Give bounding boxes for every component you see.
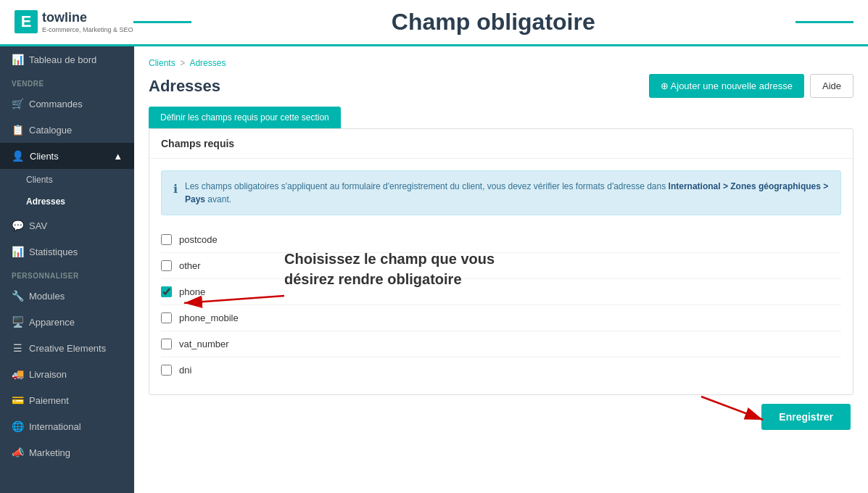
checkbox-row-phone-mobile: phone_mobile — [161, 305, 841, 331]
sidebar-item-marketing[interactable]: 📣 Marketing — [0, 439, 134, 465]
checkbox-postcode[interactable] — [161, 234, 172, 245]
sidebar-item-label: Apparence — [29, 317, 75, 328]
sav-icon: 💬 — [12, 220, 23, 231]
sidebar-item-label: Livraison — [29, 369, 67, 380]
label-other: other — [179, 260, 201, 271]
sidebar-item-modules[interactable]: 🔧 Modules — [0, 283, 134, 309]
checkbox-vat-number[interactable] — [161, 339, 172, 349]
logo-subtitle: E-commerce, Marketing & SEO — [42, 26, 133, 34]
section-box: Champs requis ℹ Les champs obligatoires … — [149, 128, 853, 395]
tab-required-fields[interactable]: Définir les champs requis pour cette sec… — [149, 107, 341, 128]
checkbox-row-postcode: postcode — [161, 227, 841, 253]
sidebar-item-label: Creative Elements — [29, 343, 106, 354]
header-actions: ⊕ Ajouter une nouvelle adresse Aide — [649, 74, 853, 98]
checkbox-other[interactable] — [161, 260, 172, 271]
sidebar-item-label: Clients — [30, 151, 59, 162]
sidebar-item-creative-elements[interactable]: ☰ Creative Elements — [0, 335, 134, 361]
sidebar-section-personnaliser: PERSONNALISER — [0, 265, 134, 283]
sidebar-item-label: Commandes — [29, 99, 83, 109]
sidebar-item-label: Tableau de bord — [29, 54, 96, 65]
sidebar-item-clients[interactable]: 👤 Clients ▲ — [0, 143, 134, 169]
stats-icon: 📊 — [12, 246, 23, 257]
breadcrumb-parent[interactable]: Clients — [149, 58, 175, 68]
sidebar-item-label: International — [29, 421, 81, 432]
international-icon: 🌐 — [12, 420, 23, 432]
svg-line-3 — [701, 397, 763, 420]
cart-icon: 🛒 — [12, 98, 23, 109]
sidebar-sub-label: Adresses — [26, 196, 65, 207]
logo: E towline E-commerce, Marketing & SEO — [15, 10, 133, 33]
sidebar-item-livraison[interactable]: 🚚 Livraison — [0, 361, 134, 387]
label-phone-mobile: phone_mobile — [179, 312, 239, 323]
logo-name: towline — [42, 10, 133, 26]
checkbox-scroll[interactable]: postcode other phone — [161, 227, 841, 383]
sidebar-sub-adresses[interactable]: Adresses — [0, 191, 134, 212]
sidebar: 📊 Tableau de bord VENDRE 🛒 Commandes 📋 C… — [0, 46, 134, 493]
main-content: Clients > Adresses Adresses ⊕ Ajouter un… — [134, 46, 868, 493]
header: E towline E-commerce, Marketing & SEO Ch… — [0, 0, 868, 46]
sidebar-item-label: Modules — [29, 291, 65, 302]
page-header: Adresses ⊕ Ajouter une nouvelle adresse … — [149, 74, 853, 98]
checkbox-dni[interactable] — [161, 365, 172, 376]
creative-icon: ☰ — [12, 342, 23, 354]
sidebar-item-statistiques[interactable]: 📊 Statistiques — [0, 239, 134, 265]
section-body: ℹ Les champs obligatoires s'appliquent a… — [149, 159, 853, 394]
catalogue-icon: 📋 — [12, 124, 23, 136]
sidebar-sub-clients[interactable]: Clients — [0, 169, 134, 191]
sidebar-item-label: Paiement — [29, 395, 69, 406]
checkbox-phone[interactable] — [161, 286, 172, 297]
paiement-icon: 💳 — [12, 394, 23, 406]
label-postcode: postcode — [179, 234, 218, 245]
checkbox-row-phone: phone — [161, 279, 841, 305]
label-phone: phone — [179, 286, 205, 297]
logo-letter: E — [15, 10, 38, 33]
checkbox-row-dni: dni — [161, 357, 841, 383]
sidebar-item-international[interactable]: 🌐 International — [0, 413, 134, 439]
breadcrumb-current: Adresses — [189, 58, 226, 68]
modules-icon: 🔧 — [12, 290, 23, 302]
main-layout: 📊 Tableau de bord VENDRE 🛒 Commandes 📋 C… — [0, 46, 868, 493]
sidebar-item-tableau-de-bord[interactable]: 📊 Tableau de bord — [0, 46, 134, 72]
tab-area: Définir les champs requis pour cette sec… — [149, 107, 853, 128]
apparence-icon: 🖥️ — [12, 316, 23, 328]
label-vat-number: vat_number — [179, 339, 229, 349]
header-line-left — [133, 21, 191, 23]
sidebar-item-label: Marketing — [29, 447, 70, 458]
add-address-button[interactable]: ⊕ Ajouter une nouvelle adresse — [649, 74, 804, 98]
label-dni: dni — [179, 365, 191, 376]
checkbox-phone-mobile[interactable] — [161, 312, 172, 323]
footer-bar: Enregistrer — [149, 395, 853, 433]
sidebar-item-commandes[interactable]: 🛒 Commandes — [0, 91, 134, 117]
livraison-icon: 🚚 — [12, 368, 23, 380]
marketing-icon: 📣 — [12, 447, 23, 458]
info-box: ℹ Les champs obligatoires s'appliquent a… — [161, 170, 841, 215]
content-area: Clients > Adresses Adresses ⊕ Ajouter un… — [134, 46, 868, 493]
sidebar-sub-label: Clients — [26, 175, 53, 185]
info-text: Les champs obligatoires s'appliquent au … — [185, 180, 829, 206]
checkbox-area: postcode other phone — [161, 227, 841, 383]
sidebar-item-sav[interactable]: 💬 SAV — [0, 212, 134, 239]
sidebar-item-label: SAV — [29, 220, 47, 231]
breadcrumb: Clients > Adresses — [149, 58, 853, 68]
sidebar-item-label: Catalogue — [29, 125, 72, 136]
help-button[interactable]: Aide — [810, 74, 853, 98]
sidebar-item-catalogue[interactable]: 📋 Catalogue — [0, 117, 134, 143]
page-title: Adresses — [149, 77, 220, 96]
sidebar-item-paiement[interactable]: 💳 Paiement — [0, 387, 134, 413]
chevron-up-icon: ▲ — [113, 151, 123, 162]
chart-icon: 📊 — [12, 54, 23, 65]
sidebar-item-apparence[interactable]: 🖥️ Apparence — [0, 309, 134, 335]
save-button[interactable]: Enregistrer — [761, 404, 851, 430]
sidebar-section-vendre: VENDRE — [0, 72, 134, 91]
checkbox-row-other: other — [161, 253, 841, 279]
banner-title: Champ obligatoire — [199, 9, 788, 36]
sidebar-item-label: Statistiques — [29, 246, 78, 257]
checkbox-row-vat-number: vat_number — [161, 331, 841, 357]
info-icon: ℹ — [173, 181, 178, 198]
header-line-right — [795, 21, 853, 23]
section-header: Champs requis — [149, 129, 853, 159]
clients-icon: 👤 — [12, 150, 24, 162]
